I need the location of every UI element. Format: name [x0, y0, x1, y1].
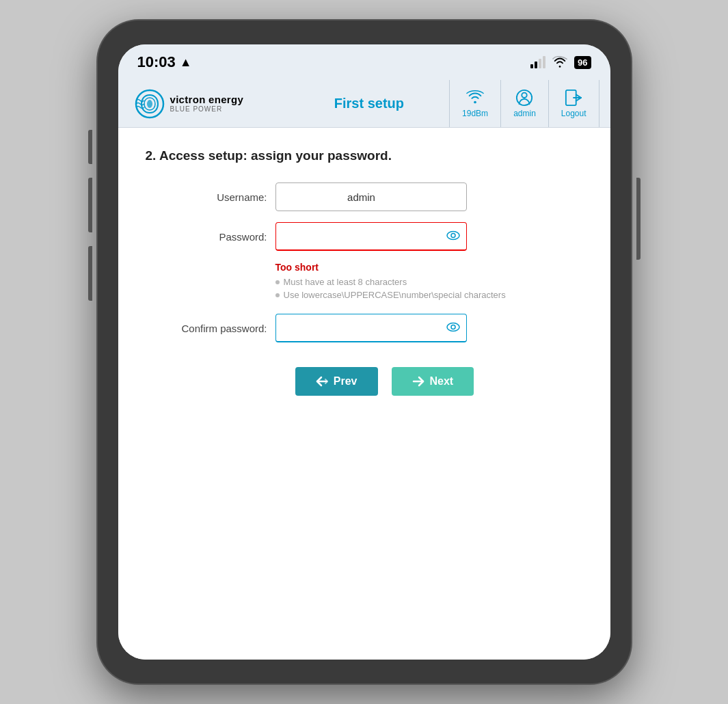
location-icon: ▲	[180, 55, 192, 70]
svg-point-6	[451, 234, 455, 238]
next-label: Next	[430, 375, 454, 388]
logo-text: victron energy BLUE POWER	[170, 94, 244, 113]
admin-button[interactable]: admin	[500, 80, 548, 127]
header-actions: 19dBm admin Logout	[449, 80, 599, 127]
volume-up-button	[88, 130, 92, 164]
svg-point-2	[522, 93, 527, 98]
logout-icon	[565, 89, 582, 107]
sub-name: BLUE POWER	[170, 105, 244, 113]
username-input[interactable]	[275, 182, 467, 211]
power-button	[636, 178, 641, 260]
logout-label: Logout	[561, 109, 587, 118]
status-icons: 96	[530, 56, 591, 69]
password-input[interactable]	[275, 222, 467, 251]
signal-icon	[530, 56, 545, 68]
svg-point-5	[447, 232, 459, 240]
username-row: Username:	[146, 182, 583, 211]
logout-button[interactable]: Logout	[548, 80, 599, 127]
validation-area: Too short Must have at least 8 character…	[275, 262, 583, 303]
password-eye-icon[interactable]	[446, 230, 460, 244]
form-area: Username: Password:	[146, 182, 583, 396]
section-title: 2. Access setup: assign your password.	[146, 148, 583, 163]
next-button[interactable]: Next	[392, 367, 474, 396]
app-header: victron energy BLUE POWER First setup 19…	[118, 80, 610, 128]
wifi-signal-label: 19dBm	[462, 109, 488, 118]
hint-text-2: Use lowercase\UPPERCASE\number\special c…	[284, 290, 506, 300]
username-label: Username:	[146, 191, 275, 203]
hint-bullet-2	[275, 293, 280, 297]
svg-point-8	[451, 325, 455, 329]
prev-label: Prev	[334, 375, 358, 388]
next-icon	[412, 376, 424, 387]
wifi-signal-button[interactable]: 19dBm	[449, 80, 500, 127]
main-content: 2. Access setup: assign your password. U…	[118, 128, 610, 660]
username-input-wrap	[275, 182, 467, 211]
phone-screen: 10:03 ▲ 96	[118, 44, 610, 660]
prev-icon	[316, 376, 328, 387]
user-icon	[515, 89, 533, 107]
confirm-eye-icon[interactable]	[446, 321, 460, 336]
hint-item-2: Use lowercase\UPPERCASE\number\special c…	[275, 290, 583, 300]
brand-name: victron energy	[170, 94, 244, 106]
confirm-password-input[interactable]	[275, 314, 467, 342]
hint-item-1: Must have at least 8 characters	[275, 277, 583, 287]
time-display: 10:03	[137, 53, 176, 71]
password-label: Password:	[146, 231, 275, 243]
confirm-password-input-wrap	[275, 314, 467, 342]
wifi-signal-icon	[466, 89, 484, 107]
status-time: 10:03 ▲	[137, 53, 192, 71]
volume-down-button	[88, 178, 92, 232]
admin-label: admin	[513, 109, 536, 118]
battery-value: 96	[578, 57, 587, 68]
side-button-left	[88, 246, 92, 301]
wifi-icon	[552, 56, 567, 68]
phone-frame: 10:03 ▲ 96	[98, 21, 631, 683]
hint-text-1: Must have at least 8 characters	[284, 277, 407, 287]
confirm-password-label: Confirm password:	[146, 323, 275, 334]
confirm-password-row: Confirm password:	[146, 314, 583, 342]
password-row: Password:	[146, 222, 583, 251]
page-title: First setup	[289, 96, 449, 111]
button-row: Prev Next	[187, 367, 583, 396]
error-text: Too short	[275, 262, 583, 273]
battery-indicator: 96	[574, 56, 591, 69]
victron-logo	[129, 87, 170, 121]
status-bar: 10:03 ▲ 96	[118, 44, 610, 80]
logo-area: victron energy BLUE POWER	[129, 87, 289, 121]
svg-point-7	[447, 323, 459, 331]
hint-bullet-1	[275, 280, 280, 284]
prev-button[interactable]: Prev	[295, 367, 378, 396]
password-input-wrap	[275, 222, 467, 251]
